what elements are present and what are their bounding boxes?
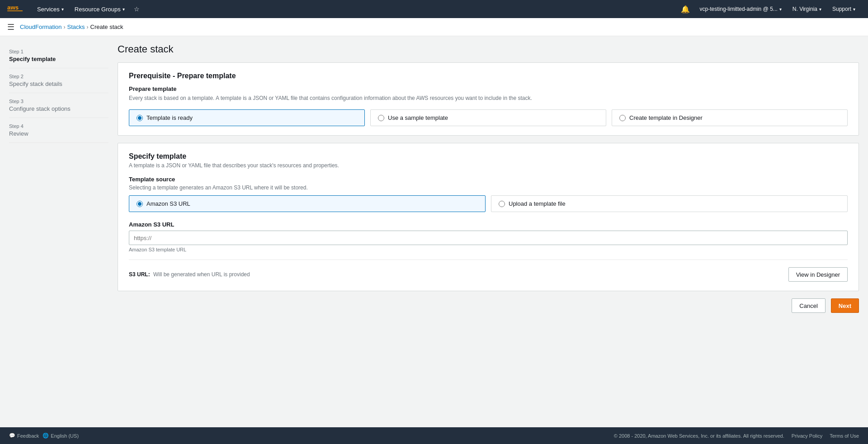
breadcrumb: CloudFormation › Stacks › Create stack [20, 24, 123, 30]
source-s3-url[interactable]: Amazon S3 URL [129, 195, 486, 212]
notification-bell[interactable]: 🔔 [676, 5, 694, 14]
step-1: Step 1 Specify template [9, 43, 108, 68]
prepare-label: Prepare template [129, 85, 848, 92]
support-menu[interactable]: Support ▾ [827, 0, 861, 18]
svg-rect-1 [7, 10, 23, 11]
s3-url-hint: Amazon S3 template URL [129, 247, 848, 252]
step-4-label: Step 4 [9, 123, 108, 129]
prerequisite-title: Prerequisite - Prepare template [129, 72, 848, 80]
user-menu[interactable]: vcp-testing-limitted-admin @ 5... ▾ [694, 0, 787, 18]
s3-url-group: Amazon S3 URL Amazon S3 template URL [129, 221, 848, 252]
terms-of-use-link[interactable]: Terms of Use [830, 433, 859, 439]
svg-text:aws: aws [7, 4, 19, 11]
region-menu[interactable]: N. Virginia ▾ [787, 0, 827, 18]
sidebar-toggle[interactable]: ☰ [7, 22, 14, 32]
step-1-name: Specify template [9, 56, 108, 62]
source-options: Amazon S3 URL Upload a template file [129, 195, 848, 212]
prerequisite-card: Prerequisite - Prepare template Prepare … [118, 62, 859, 136]
steps-sidebar: Step 1 Specify template Step 2 Specify s… [9, 43, 108, 420]
option-designer-template[interactable]: Create template in Designer [612, 109, 848, 126]
user-label: vcp-testing-limitted-admin @ 5... [700, 6, 778, 12]
top-nav: aws Services ▾ Resource Groups ▾ ☆ 🔔 vcp… [0, 0, 868, 18]
option-template-ready-label: Template is ready [146, 114, 193, 121]
user-chevron: ▾ [779, 7, 782, 12]
s3-url-label: Amazon S3 URL [129, 221, 848, 228]
next-button[interactable]: Next [831, 298, 859, 313]
step-3: Step 3 Configure stack options [9, 93, 108, 118]
services-nav[interactable]: Services ▾ [32, 0, 69, 18]
template-source-desc: Selecting a template generates an Amazon… [129, 184, 848, 191]
step-4-name: Review [9, 130, 108, 137]
breadcrumb-sep-1: › [64, 24, 66, 30]
s3-info-text: S3 URL: Will be generated when URL is pr… [129, 271, 250, 278]
footer-right: © 2008 - 2020, Amazon Web Services, Inc.… [614, 433, 859, 439]
footer-left: 💬 Feedback 🌐 English (US) [9, 433, 79, 439]
step-2: Step 2 Specify stack details [9, 68, 108, 93]
view-in-designer-button[interactable]: View in Designer [788, 267, 848, 282]
specify-template-card: Specify template A template is a JSON or… [118, 143, 859, 291]
main-layout: Step 1 Specify template Step 2 Specify s… [0, 36, 868, 427]
favorites-star[interactable]: ☆ [130, 5, 143, 13]
page-title: Create stack [118, 43, 859, 55]
language-label: English (US) [51, 433, 79, 439]
aws-logo[interactable]: aws [7, 4, 24, 14]
support-chevron: ▾ [853, 7, 855, 12]
region-label: N. Virginia [793, 6, 817, 12]
step-4: Step 4 Review [9, 118, 108, 143]
cancel-button[interactable]: Cancel [792, 298, 825, 313]
step-2-name: Specify stack details [9, 80, 108, 87]
specify-template-title: Specify template [129, 152, 848, 161]
resource-groups-label: Resource Groups [75, 6, 121, 13]
feedback-icon: 💬 [9, 433, 15, 439]
footer: 💬 Feedback 🌐 English (US) © 2008 - 2020,… [0, 427, 868, 444]
step-3-name: Configure stack options [9, 105, 108, 112]
main-content: Create stack Prerequisite - Prepare temp… [118, 43, 859, 420]
globe-icon: 🌐 [42, 433, 49, 439]
option-sample-template[interactable]: Use a sample template [370, 109, 606, 126]
copyright-text: © 2008 - 2020, Amazon Web Services, Inc.… [614, 433, 784, 439]
feedback-button[interactable]: 💬 Feedback [9, 433, 39, 439]
privacy-policy-link[interactable]: Privacy Policy [792, 433, 822, 439]
services-chevron: ▾ [61, 7, 64, 12]
breadcrumb-current: Create stack [90, 24, 123, 30]
nav-right: 🔔 vcp-testing-limitted-admin @ 5... ▾ N.… [676, 0, 861, 18]
source-s3-url-label: Amazon S3 URL [146, 200, 190, 207]
template-source-label: Template source [129, 176, 848, 183]
radio-s3-url[interactable] [137, 201, 143, 207]
specify-template-desc: A template is a JSON or YAML file that d… [129, 162, 848, 169]
feedback-label: Feedback [17, 433, 39, 439]
option-template-ready[interactable]: Template is ready [129, 109, 365, 126]
s3-info-value: Will be generated when URL is provided [153, 271, 250, 278]
step-3-label: Step 3 [9, 99, 108, 104]
radio-sample-template[interactable] [378, 115, 384, 121]
radio-template-ready[interactable] [137, 115, 143, 121]
radio-upload-file[interactable] [499, 201, 505, 207]
radio-designer-template[interactable] [619, 115, 626, 121]
step-2-label: Step 2 [9, 74, 108, 79]
resource-groups-chevron: ▾ [123, 7, 125, 12]
s3-info-prefix: S3 URL: [129, 271, 150, 278]
option-designer-template-label: Create template in Designer [629, 114, 703, 121]
breadcrumb-sep-2: › [87, 24, 89, 30]
s3-url-input[interactable] [129, 231, 848, 245]
step-1-label: Step 1 [9, 49, 108, 54]
services-label: Services [37, 6, 60, 13]
resource-groups-nav[interactable]: Resource Groups ▾ [69, 0, 130, 18]
breadcrumb-bar: ☰ CloudFormation › Stacks › Create stack [0, 18, 868, 36]
breadcrumb-cloudformation[interactable]: CloudFormation [20, 24, 62, 30]
source-upload-file[interactable]: Upload a template file [491, 195, 848, 212]
s3-info-bar: S3 URL: Will be generated when URL is pr… [129, 260, 848, 282]
action-bar: Cancel Next [118, 298, 859, 313]
prepare-options: Template is ready Use a sample template … [129, 109, 848, 126]
source-upload-file-label: Upload a template file [509, 200, 566, 207]
language-selector[interactable]: 🌐 English (US) [42, 433, 79, 439]
support-label: Support [832, 6, 851, 12]
breadcrumb-stacks[interactable]: Stacks [67, 24, 85, 30]
prepare-desc: Every stack is based on a template. A te… [129, 94, 848, 102]
option-sample-template-label: Use a sample template [388, 114, 448, 121]
region-chevron: ▾ [819, 7, 821, 12]
